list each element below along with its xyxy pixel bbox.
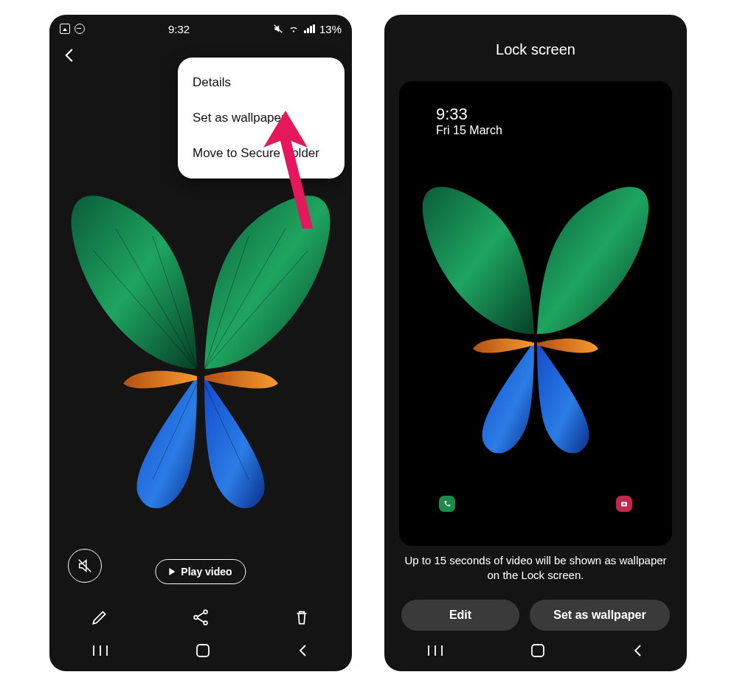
lock-preview: 9:33 Fri 15 March	[399, 81, 672, 546]
dnd-icon	[75, 24, 85, 34]
nav-back[interactable]	[296, 643, 311, 661]
svg-point-3	[194, 616, 198, 620]
nav-back[interactable]	[631, 643, 646, 661]
mute-button[interactable]	[68, 549, 102, 583]
annotation-arrow	[245, 111, 326, 232]
image-icon	[60, 24, 70, 34]
menu-details[interactable]: Details	[178, 65, 345, 100]
phone-left: 9:32 13% Details Set as wallpaper Move	[49, 15, 352, 671]
action-bar	[49, 599, 352, 636]
nav-home[interactable]	[528, 642, 547, 662]
lock-date: Fri 15 March	[436, 124, 502, 137]
wallpaper	[399, 145, 672, 494]
nav-bar	[49, 637, 352, 667]
button-row: Edit Set as wallpaper	[384, 600, 687, 631]
play-icon	[169, 568, 175, 575]
share-icon[interactable]	[191, 608, 210, 627]
phone-right: Lock screen 9:33 Fri 15 March	[384, 15, 687, 671]
camera-icon[interactable]	[616, 496, 632, 512]
mute-icon	[273, 24, 283, 34]
nav-recents[interactable]	[91, 644, 110, 660]
svg-point-4	[204, 610, 207, 614]
signal-icon	[304, 24, 315, 33]
edit-button[interactable]: Edit	[401, 600, 519, 631]
svg-rect-9	[197, 645, 209, 656]
lock-screen-title: Lock screen	[384, 41, 687, 58]
set-wallpaper-button[interactable]: Set as wallpaper	[530, 600, 670, 631]
info-message: Up to 15 seconds of video will be shown …	[384, 553, 687, 583]
play-video-label: Play video	[181, 566, 232, 578]
battery-percent: 13%	[319, 23, 342, 35]
nav-recents[interactable]	[426, 644, 445, 660]
lock-clock: 9:33 Fri 15 March	[436, 105, 502, 137]
svg-point-11	[623, 503, 626, 505]
nav-bar	[384, 637, 687, 667]
lock-time: 9:33	[436, 105, 502, 124]
wifi-icon	[288, 24, 300, 34]
svg-rect-15	[532, 645, 544, 656]
status-time: 9:32	[168, 23, 190, 35]
nav-home[interactable]	[193, 642, 212, 662]
lock-shortcuts	[399, 496, 672, 512]
edit-icon[interactable]	[90, 608, 109, 627]
play-video-button[interactable]: Play video	[155, 559, 246, 584]
delete-icon[interactable]	[292, 608, 311, 627]
phone-icon[interactable]	[439, 496, 455, 512]
svg-point-5	[204, 621, 207, 625]
